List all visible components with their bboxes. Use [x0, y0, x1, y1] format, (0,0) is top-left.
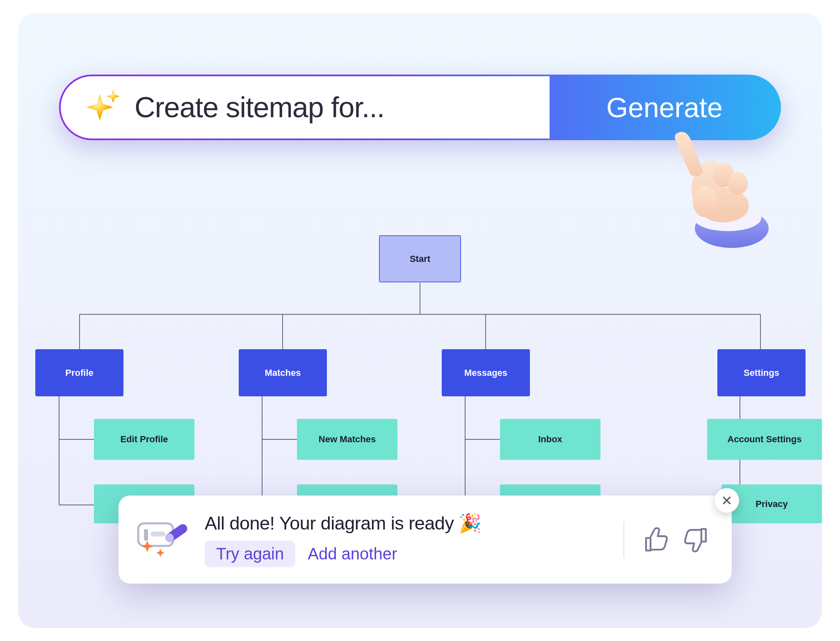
generate-button-label: Generate	[606, 91, 723, 123]
node-profile[interactable]: Profile	[35, 349, 123, 396]
svg-point-3	[728, 172, 748, 195]
node-edit-profile[interactable]: Edit Profile	[94, 419, 194, 460]
completion-toast: All done! Your diagram is ready 🎉 Try ag…	[119, 496, 732, 584]
node-settings[interactable]: Settings	[717, 349, 806, 396]
thumbs-up-icon[interactable]	[641, 525, 669, 554]
try-again-button[interactable]: Try again	[205, 541, 295, 567]
node-label: Settings	[744, 368, 779, 378]
pointing-hand-icon	[662, 130, 769, 249]
add-another-button[interactable]: Add another	[308, 545, 397, 563]
svg-point-1	[694, 205, 761, 231]
sparkles-icon	[85, 89, 122, 126]
svg-point-4	[693, 186, 717, 217]
svg-rect-6	[144, 529, 148, 541]
node-label: New Matches	[319, 434, 376, 445]
prompt-bar: Create sitemap for... Generate	[59, 75, 781, 140]
node-matches[interactable]: Matches	[239, 349, 327, 396]
node-label: Matches	[265, 368, 301, 378]
magic-wand-icon	[135, 519, 188, 560]
app-canvas: Create sitemap for... Generate	[18, 13, 822, 628]
svg-point-2	[713, 163, 734, 187]
close-icon	[721, 495, 732, 506]
node-label: Inbox	[538, 434, 562, 445]
divider	[623, 521, 624, 558]
node-label: Edit Profile	[120, 434, 168, 445]
node-label: Start	[410, 254, 430, 264]
node-account-settings[interactable]: Account Settings	[707, 419, 822, 460]
svg-rect-7	[151, 532, 165, 536]
toast-title: All done! Your diagram is ready 🎉	[205, 512, 607, 534]
node-start[interactable]: Start	[379, 235, 461, 282]
node-new-matches[interactable]: New Matches	[297, 419, 397, 460]
feedback-group	[641, 525, 711, 554]
node-messages[interactable]: Messages	[442, 349, 530, 396]
thumbs-down-icon[interactable]	[682, 525, 711, 554]
prompt-input-area[interactable]: Create sitemap for...	[61, 76, 550, 139]
node-label: Account Settings	[728, 434, 802, 445]
node-inbox[interactable]: Inbox	[500, 419, 600, 460]
generate-button[interactable]: Generate	[550, 76, 779, 139]
prompt-placeholder: Create sitemap for...	[135, 91, 384, 124]
close-button[interactable]	[714, 488, 739, 513]
node-label: Privacy	[756, 499, 788, 509]
node-label: Profile	[65, 368, 93, 378]
node-label: Messages	[464, 368, 507, 378]
toast-body: All done! Your diagram is ready 🎉 Try ag…	[205, 512, 607, 567]
